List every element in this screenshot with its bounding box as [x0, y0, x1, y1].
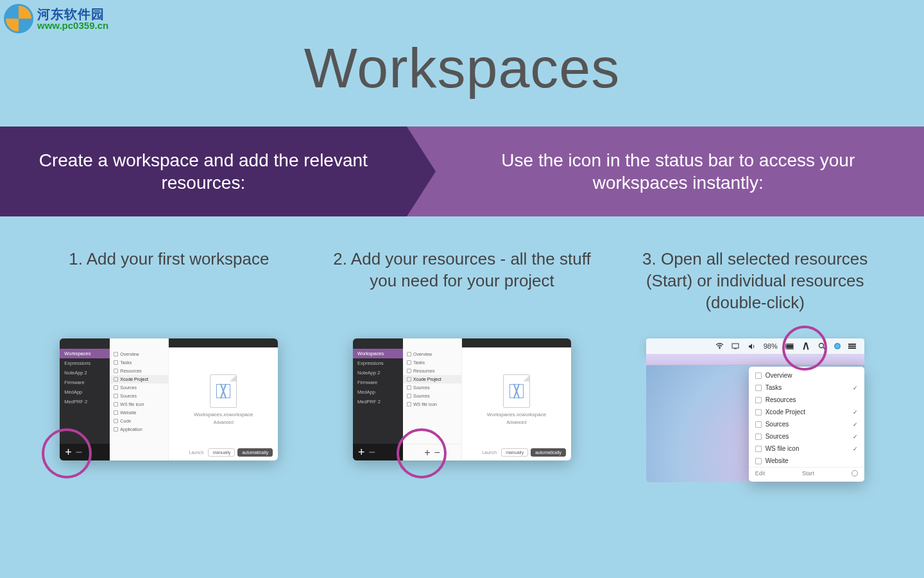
notifications-icon[interactable] [848, 342, 857, 351]
banner-right-text: Use the icon in the status bar to access… [458, 149, 898, 194]
workspaces-menubar-icon[interactable] [801, 342, 810, 351]
list-item[interactable]: Overview [403, 350, 461, 358]
sidebar-item[interactable]: MedPRF 2 [353, 397, 403, 407]
list-item-label: Overview [120, 352, 139, 356]
sidebar-item-workspaces[interactable]: Workspaces [60, 349, 110, 358]
svg-point-6 [819, 344, 824, 348]
list-item[interactable]: Xcode Project [110, 375, 168, 383]
dd-item[interactable]: WS file icon [749, 442, 864, 455]
launch-label: Launch [189, 450, 203, 455]
dd-label: Resources [766, 396, 796, 403]
detail-panel: Workspaces.xcworkspace Advanced Launch m… [462, 338, 571, 460]
list-item[interactable]: Resources [110, 367, 168, 375]
list-item[interactable]: Resources [403, 367, 461, 375]
doc-icon [755, 385, 762, 391]
advanced-label[interactable]: Advanced [506, 420, 526, 425]
automatically-button[interactable]: automatically [531, 448, 566, 457]
remove-workspace-button[interactable]: − [369, 446, 376, 459]
dd-label: WS file icon [766, 445, 800, 452]
gear-icon[interactable] [851, 470, 858, 477]
doc-icon [114, 410, 118, 415]
folder-icon [755, 421, 762, 428]
dd-item[interactable]: Tasks [749, 381, 864, 394]
add-workspace-button[interactable]: + [358, 446, 365, 459]
list-item[interactable]: WS file icon [403, 400, 461, 408]
volume-icon[interactable] [748, 342, 756, 351]
add-workspace-button[interactable]: + [65, 446, 72, 459]
dd-item[interactable]: Sources [749, 430, 864, 442]
resource-list: Overview Tasks Resources Xcode Project S… [403, 338, 462, 460]
step-3-column: 3. Open all selected resources (Start) o… [618, 249, 892, 482]
list-item[interactable]: Sources [403, 392, 461, 400]
list-item[interactable]: Overview [110, 350, 168, 358]
sidebar-item[interactable]: NoteApp 2 [60, 368, 110, 378]
list-item[interactable]: Website [110, 408, 168, 417]
dd-item[interactable]: Overview [749, 369, 864, 381]
list-item[interactable]: WS file icon [110, 400, 168, 408]
wifi-icon[interactable] [715, 342, 724, 351]
doc-icon [114, 360, 118, 365]
sidebar-item[interactable]: Expressions [353, 358, 403, 368]
siri-icon[interactable] [834, 343, 841, 349]
add-resource-button[interactable]: + [424, 447, 430, 459]
app-window-2: Workspaces Expressions NoteApp 2 Firmwar… [353, 338, 571, 460]
list-item[interactable]: Code [110, 417, 168, 425]
detail-panel: Workspaces.xcworkspace Advanced Launch m… [169, 338, 278, 460]
list-item[interactable]: Tasks [110, 358, 168, 367]
list-item-label: Resources [413, 369, 434, 373]
list-item[interactable]: Sources [403, 383, 461, 392]
doc-icon [755, 458, 762, 464]
sidebar-item[interactable]: MedPRF 2 [60, 397, 110, 407]
remove-workspace-button[interactable]: − [76, 446, 83, 459]
search-icon[interactable] [818, 342, 826, 351]
list-item-label: WS file icon [120, 402, 144, 407]
doc-icon [114, 394, 118, 398]
doc-label: Workspaces.xcworkspace [487, 412, 546, 417]
banner-left-text: Create a workspace and add the relevant … [26, 149, 381, 194]
menubar-mock: 98% Overview Tasks Resources Xcode Proje… [646, 338, 864, 482]
sidebar-item[interactable]: MedApp [60, 387, 110, 397]
sidebar-item[interactable]: Expressions [60, 358, 110, 368]
dd-item[interactable]: Xcode Project [749, 406, 864, 418]
svg-rect-1 [732, 344, 739, 348]
display-icon[interactable] [732, 342, 740, 351]
dd-footer: Edit Start [749, 467, 864, 479]
sidebar-item[interactable]: MedApp [353, 387, 403, 397]
sidebar-item[interactable]: Firmware [353, 378, 403, 387]
list-item[interactable]: Xcode Project [403, 375, 461, 383]
doc-icon [407, 385, 411, 390]
dd-label: Sources [766, 421, 789, 428]
advanced-label[interactable]: Advanced [214, 420, 234, 425]
dd-item[interactable]: Website [749, 455, 864, 467]
resource-list: Overview Tasks Resources Xcode Project S… [110, 338, 169, 460]
manually-button[interactable]: manually [208, 448, 235, 457]
list-item[interactable]: Tasks [403, 358, 461, 367]
svg-rect-4 [786, 344, 793, 348]
workspaces-dropdown: Overview Tasks Resources Xcode Project S… [749, 367, 864, 482]
sidebar-item-workspaces[interactable]: Workspaces [353, 349, 403, 358]
banner: Create a workspace and add the relevant … [0, 127, 924, 216]
list-item[interactable]: Sources [110, 383, 168, 392]
list-item[interactable]: Sources [110, 392, 168, 400]
list-item-label: Sources [120, 385, 137, 390]
battery-icon [785, 342, 794, 351]
sidebar-item[interactable]: NoteApp 2 [353, 368, 403, 378]
workspace-sidebar: Workspaces Expressions NoteApp 2 Firmwar… [353, 338, 403, 460]
xcworkspace-icon [503, 374, 530, 408]
dd-item[interactable]: Resources [749, 394, 864, 406]
list-item[interactable]: Application [110, 425, 168, 434]
remove-resource-button[interactable]: − [434, 447, 440, 459]
doc-icon [114, 352, 118, 356]
edit-button[interactable]: Edit [755, 470, 766, 477]
launch-label: Launch [482, 450, 497, 455]
automatically-button[interactable]: automatically [237, 448, 273, 457]
doc-icon [755, 446, 762, 452]
dd-label: Website [766, 457, 789, 464]
sidebar-footer: + − [60, 444, 110, 460]
dd-item[interactable]: Sources [749, 418, 864, 430]
manually-button[interactable]: manually [501, 448, 528, 457]
sidebar-item[interactable]: Firmware [60, 378, 110, 387]
start-button[interactable]: Start [802, 470, 814, 477]
doc-icon [407, 352, 411, 356]
xcworkspace-icon [210, 374, 237, 408]
